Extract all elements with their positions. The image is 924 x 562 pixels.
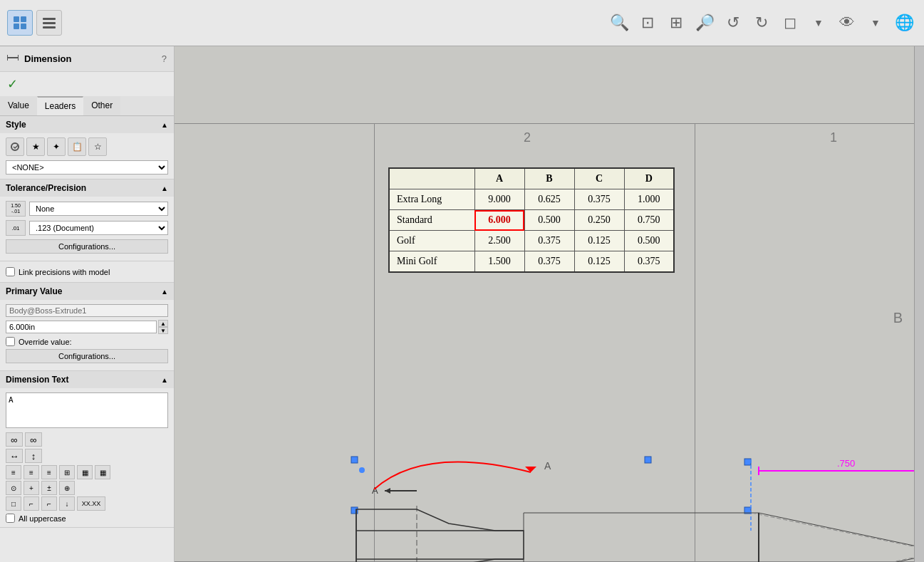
- shape-square-btn[interactable]: □: [6, 496, 21, 511]
- style-apply-btn[interactable]: [6, 137, 24, 156]
- tolerance-config-btn[interactable]: Configurations...: [6, 239, 168, 254]
- selection-handle-5: [351, 507, 358, 514]
- symbol-plusminus-btn[interactable]: ±: [41, 481, 57, 495]
- dim-text-icons-row2: ↔ ↕: [6, 449, 168, 463]
- uppercase-row[interactable]: All uppercase: [6, 514, 168, 523]
- precision-dropdown[interactable]: .123 (Document): [29, 221, 168, 235]
- section-dim-text-label: Dimension Text: [6, 375, 68, 385]
- toolbar-icon-list[interactable]: [36, 10, 62, 36]
- tolerance-dropdown[interactable]: None: [29, 202, 168, 216]
- dash-line-bottom: [752, 552, 924, 562]
- toolbar-search-icon[interactable]: 🔍: [606, 10, 632, 36]
- table-header-name: [389, 168, 474, 189]
- shape-btns-row: □ ⌐ ⌐ ↓ XX.XX: [6, 496, 168, 511]
- toolbar-zoom-area-icon[interactable]: ⊞: [663, 10, 689, 36]
- section-style-header[interactable]: Style ▲: [0, 116, 174, 133]
- section-dim-text-header[interactable]: Dimension Text ▲: [0, 371, 174, 388]
- format-left-btn[interactable]: ≡: [6, 465, 21, 479]
- help-icon[interactable]: ?: [162, 53, 167, 64]
- svg-rect-4: [43, 18, 56, 20]
- style-favorite2-btn[interactable]: ✦: [47, 137, 66, 156]
- table-header-b: B: [524, 168, 574, 189]
- toolbar-globe-icon[interactable]: 🌐: [891, 10, 917, 36]
- dim-text-collapse-icon: ▲: [161, 376, 168, 384]
- pv-value-input[interactable]: [6, 321, 157, 333]
- table-header-c: C: [574, 168, 624, 189]
- style-favorite3-btn[interactable]: ☆: [88, 137, 107, 156]
- toolbar-view-icon[interactable]: 👁: [834, 10, 860, 36]
- format-center-btn[interactable]: ≡: [24, 465, 39, 479]
- link-precision-text: Link precisions with model: [19, 268, 110, 276]
- toolbar-icon-grid[interactable]: [7, 10, 33, 36]
- toolbar-3d-dropdown-icon[interactable]: ▼: [806, 10, 831, 36]
- row-extralong-a: 9.000: [474, 189, 524, 210]
- style-copy-btn[interactable]: 📋: [68, 137, 86, 156]
- confirm-checkmark[interactable]: ✓: [7, 76, 18, 92]
- section-pv-header[interactable]: Primary Value ▲: [0, 283, 174, 300]
- panel-tabs: Value Leaders Other: [0, 96, 174, 116]
- symbol-circleplus-btn[interactable]: ⊕: [59, 481, 75, 495]
- red-arrow-head: [525, 467, 536, 472]
- style-favorite1-btn[interactable]: ★: [26, 137, 45, 156]
- right-scrollbar[interactable]: [914, 46, 924, 562]
- toolbar-zoom-fit-icon[interactable]: ⊡: [635, 10, 660, 36]
- red-arrow-curve: [374, 462, 531, 489]
- selection-handle-2: [645, 457, 651, 463]
- canvas-col-line2: [695, 123, 695, 562]
- svg-rect-3: [21, 24, 26, 29]
- precision-icon: .01: [6, 220, 26, 236]
- section-style-label: Style: [6, 120, 26, 130]
- symbol-plus-btn[interactable]: +: [24, 481, 39, 495]
- toolbar-undo-icon[interactable]: ↺: [720, 10, 746, 36]
- row-minigolf-b: 0.375: [524, 251, 574, 273]
- drawing-outline-right: [524, 513, 924, 562]
- dim-text-textarea[interactable]: A: [6, 392, 168, 428]
- dim-text-infinity2-icon[interactable]: ∞: [25, 432, 42, 447]
- pv-down-btn[interactable]: ▼: [158, 327, 168, 334]
- row-golf-a: 2.500: [474, 231, 524, 251]
- uppercase-checkbox[interactable]: [6, 514, 15, 523]
- black-arrowhead: [385, 488, 390, 494]
- pv-config-btn[interactable]: Configurations...: [6, 349, 168, 363]
- dim-text-infinity1-icon[interactable]: ∞: [6, 432, 23, 447]
- link-precision-checkbox[interactable]: [6, 267, 15, 276]
- dim-text-horiz-icon[interactable]: ↔: [6, 449, 23, 463]
- row-golf-c: 0.125: [574, 231, 624, 251]
- override-checkbox[interactable]: [6, 337, 15, 346]
- dim-text-vert-icon[interactable]: ↕: [25, 449, 42, 463]
- toolbar-3d-icon[interactable]: ◻: [777, 10, 803, 36]
- svg-point-10: [11, 143, 19, 150]
- xx-btn[interactable]: XX.XX: [77, 496, 105, 511]
- section-tolerance-label: Tolerance/Precision: [6, 183, 86, 193]
- shape-corner1-btn[interactable]: ⌐: [24, 496, 39, 511]
- row-standard-d: 0.750: [624, 210, 674, 231]
- toolbar-redo-icon[interactable]: ↻: [749, 10, 774, 36]
- format-table2-btn[interactable]: ▦: [77, 465, 93, 479]
- toolbar-magnify-icon[interactable]: 🔎: [692, 10, 717, 36]
- table-row: Extra Long 9.000 0.625 0.375 1.000: [389, 189, 674, 210]
- format-right-btn[interactable]: ≡: [41, 465, 57, 479]
- section-tolerance-header[interactable]: Tolerance/Precision ▲: [0, 179, 174, 197]
- tab-leaders[interactable]: Leaders: [37, 96, 83, 115]
- style-icons-row: ★ ✦ 📋 ☆: [6, 137, 168, 156]
- override-value-row[interactable]: Override value:: [6, 337, 168, 346]
- canvas-col-line1: [374, 123, 375, 562]
- shape-corner2-btn[interactable]: ⌐: [41, 496, 57, 511]
- section-style-body: ★ ✦ 📋 ☆ <NONE>: [0, 133, 174, 179]
- toolbar-view-dropdown-icon[interactable]: ▼: [863, 10, 888, 36]
- panel-title: Dimension: [24, 53, 156, 64]
- main-area: Dimension ? ✓ Value Leaders Other Style …: [0, 46, 924, 562]
- symbol-circle-btn[interactable]: ⊙: [6, 481, 21, 495]
- tab-other[interactable]: Other: [83, 96, 120, 115]
- link-precision-label[interactable]: Link precisions with model: [6, 267, 168, 276]
- tab-value[interactable]: Value: [0, 96, 37, 115]
- shape-down-btn[interactable]: ↓: [59, 496, 75, 511]
- format-table3-btn[interactable]: ▦: [95, 465, 110, 479]
- style-dropdown[interactable]: <NONE>: [6, 160, 168, 175]
- format-row: ≡ ≡ ≡ ⊞ ▦ ▦: [6, 465, 168, 479]
- format-table1-btn[interactable]: ⊞: [59, 465, 75, 479]
- pv-spinner[interactable]: ▲ ▼: [158, 320, 168, 334]
- svg-rect-0: [14, 16, 19, 22]
- row-golf-d: 0.500: [624, 231, 674, 251]
- pv-up-btn[interactable]: ▲: [158, 320, 168, 327]
